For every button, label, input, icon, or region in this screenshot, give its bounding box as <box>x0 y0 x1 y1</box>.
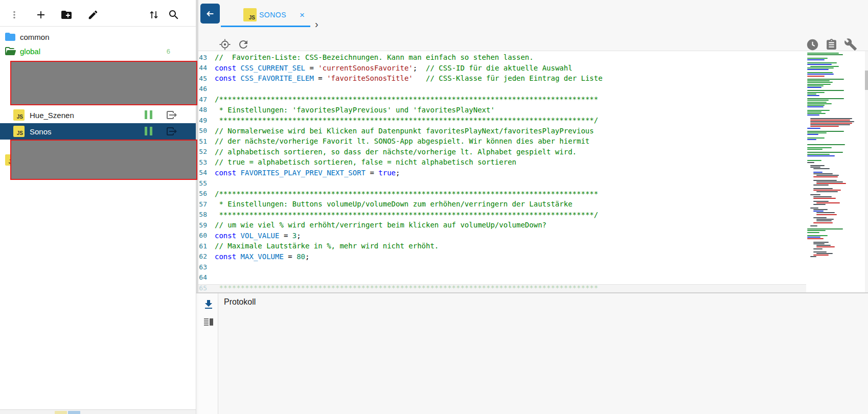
horizontal-scrollbar[interactable] <box>198 284 806 292</box>
code-text[interactable]: const FAVORITES_PLAY_PREV_NEXT_SORT = tr… <box>215 169 400 177</box>
vertical-scrollbar[interactable] <box>865 51 868 292</box>
minimap-row <box>807 150 864 151</box>
sidebar-item-hue-szenen[interactable]: JS Hue_Szenen <box>0 107 196 123</box>
line-number[interactable]: 50 <box>198 127 207 134</box>
line-number[interactable]: 63 <box>198 263 207 271</box>
code-line: 59// um wie viel % wird erhöht/verringer… <box>198 220 806 231</box>
line-number[interactable]: 59 <box>198 221 207 229</box>
line-number[interactable]: 64 <box>198 273 207 281</box>
editor-minimap[interactable] <box>806 51 864 292</box>
minimap-row <box>807 77 864 78</box>
clear-log-icon[interactable] <box>202 316 215 328</box>
refresh-icon[interactable] <box>236 37 251 52</box>
line-number[interactable]: 45 <box>198 75 207 82</box>
line-number[interactable]: 61 <box>198 242 207 250</box>
scripts-sidebar: common global 6 JS Hue_Szenen JS Sonos <box>0 0 196 409</box>
code-line: 45const CSS_FAVORITE_ELEM = 'favoriteSon… <box>198 73 806 84</box>
line-number[interactable]: 47 <box>198 96 207 103</box>
line-number[interactable]: 57 <box>198 200 207 208</box>
line-number[interactable]: 51 <box>198 137 207 145</box>
sidebar-item-common[interactable]: common <box>0 30 196 44</box>
line-number[interactable]: 48 <box>198 106 207 113</box>
scripts-app: common global 6 JS Hue_Szenen JS Sonos <box>0 0 868 414</box>
minimap-row <box>807 141 864 142</box>
code-text[interactable]: // Maximale Lautstärke in %, mehr wird n… <box>215 242 439 250</box>
open-script-icon[interactable] <box>165 109 178 121</box>
wrench-settings-icon[interactable] <box>843 37 858 52</box>
line-number[interactable]: 55 <box>198 179 207 187</box>
code-text[interactable]: * Einstellungen: 'favoritesPlayPrevious'… <box>215 106 495 114</box>
minimap-row <box>813 176 838 177</box>
code-line: 55 <box>198 178 806 189</box>
edit-pencil-icon[interactable] <box>85 7 101 22</box>
code-text[interactable]: /***************************************… <box>215 95 598 103</box>
folder-icon <box>4 31 16 43</box>
code-text[interactable]: // Normalerweise wird bei Klicken auf Da… <box>215 127 594 135</box>
folder-open-icon <box>4 45 16 57</box>
kebab-menu-icon[interactable] <box>7 7 22 22</box>
minimap-row <box>807 105 825 106</box>
code-line: 43// Favoriten-Liste: CSS-Bezeichnungen.… <box>198 52 806 63</box>
sort-swap-vert-icon[interactable] <box>146 7 162 22</box>
minimap-row <box>807 113 826 114</box>
minimap-row <box>807 250 864 251</box>
line-number[interactable]: 62 <box>198 252 207 260</box>
open-script-icon[interactable] <box>165 125 178 137</box>
code-text[interactable]: const MAX_VOLUME = 80; <box>215 252 309 261</box>
clipboard-list-icon[interactable] <box>824 37 839 52</box>
line-number[interactable]: 60 <box>198 232 207 239</box>
tab-close-icon[interactable]: × <box>300 11 305 19</box>
tab-overflow-chevron-icon[interactable]: › <box>315 18 318 30</box>
code-text[interactable]: const VOL_VALUE = 3; <box>215 232 301 240</box>
code-line: 49 *************************************… <box>198 115 806 126</box>
line-number[interactable]: 56 <box>198 190 207 197</box>
code-line: 57 * Einstellungen: Buttons volumeUp/vol… <box>198 199 806 210</box>
locate-cursor-icon[interactable] <box>217 37 233 52</box>
code-text[interactable]: ****************************************… <box>215 116 598 124</box>
code-text[interactable]: // Favoriten-Liste: CSS-Bezeichnungen. K… <box>215 53 534 61</box>
scrollbar-thumb[interactable] <box>865 71 868 90</box>
minimap-row <box>807 59 825 60</box>
pause-script-icon[interactable] <box>145 110 154 120</box>
code-text[interactable]: const CSS_FAVORITE_ELEM = 'favoriteSonos… <box>215 74 603 82</box>
minimap-row <box>807 142 864 143</box>
search-icon[interactable] <box>166 7 181 22</box>
code-text[interactable]: // alphabetisch sortieren, so dass der n… <box>215 148 577 156</box>
sidebar-item-sonos[interactable]: JS Sonos <box>0 123 196 140</box>
code-text[interactable]: * Einstellungen: Buttons volumeUp/volume… <box>215 200 573 208</box>
minimap-row <box>816 181 843 182</box>
code-text[interactable]: // um wie viel % wird erhöht/verringert … <box>215 221 546 229</box>
line-number[interactable]: 53 <box>198 158 207 166</box>
code-text[interactable]: ****************************************… <box>215 211 598 219</box>
minimap-row <box>807 74 834 75</box>
line-number[interactable]: 54 <box>198 169 207 176</box>
line-number[interactable]: 43 <box>198 54 207 61</box>
code-text[interactable]: // true = alphabetisch sortieren, false … <box>215 158 516 166</box>
code-line: 63 <box>198 262 806 272</box>
clipped-yellow-item <box>55 411 67 414</box>
arrow-left-icon <box>204 8 216 19</box>
minimap-row <box>807 136 864 137</box>
sidebar-toolbar <box>0 0 196 27</box>
add-folder-icon[interactable] <box>59 7 74 22</box>
code-text[interactable]: const CSS_CURRENT_SEL = 'currentSonosFav… <box>215 64 573 72</box>
line-number[interactable]: 58 <box>198 211 207 218</box>
history-clock-icon[interactable] <box>805 37 820 52</box>
back-button[interactable] <box>200 4 220 24</box>
line-number[interactable]: 49 <box>198 117 207 124</box>
line-number[interactable]: 52 <box>198 148 207 155</box>
minimap-row <box>807 90 844 91</box>
pause-script-icon[interactable] <box>145 127 154 136</box>
line-number[interactable]: 46 <box>198 85 207 93</box>
sidebar-item-global[interactable]: global 6 <box>0 44 196 58</box>
minimap-row <box>816 245 831 246</box>
add-script-icon[interactable] <box>33 7 49 22</box>
line-number[interactable]: 44 <box>198 64 207 72</box>
minimap-row <box>807 216 864 217</box>
code-text[interactable]: // der nächste/vorherige Favorit lt. SON… <box>215 137 589 145</box>
tab-sonos[interactable]: JS SONOS × <box>243 6 305 24</box>
minimap-row <box>813 251 827 252</box>
code-editor[interactable]: 43// Favoriten-Liste: CSS-Bezeichnungen.… <box>198 51 806 292</box>
autoscroll-download-icon[interactable] <box>202 298 215 311</box>
code-text[interactable]: /***************************************… <box>215 190 598 198</box>
